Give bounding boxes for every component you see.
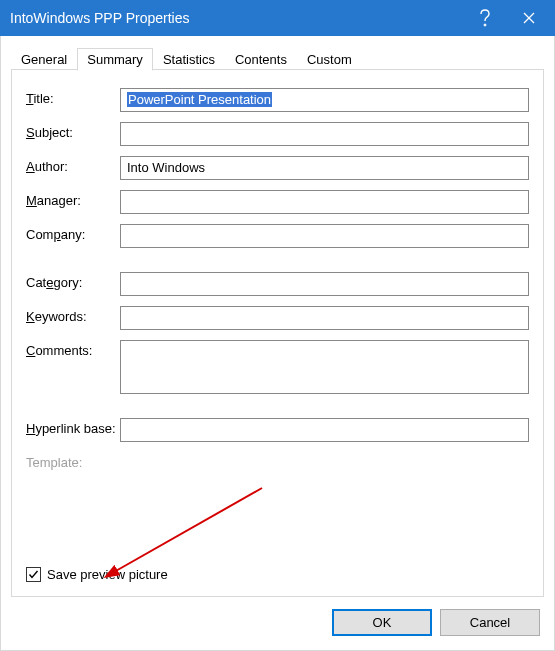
- company-input[interactable]: [120, 224, 529, 248]
- close-button[interactable]: [507, 0, 551, 36]
- tab-strip: General Summary Statistics Contents Cust…: [11, 46, 544, 70]
- tab-statistics[interactable]: Statistics: [153, 48, 225, 70]
- subject-input[interactable]: [120, 122, 529, 146]
- title-input[interactable]: PowerPoint Presentation: [120, 88, 529, 112]
- comments-label: Comments:: [26, 340, 120, 358]
- cancel-button[interactable]: Cancel: [440, 609, 540, 636]
- author-label: Author:: [26, 156, 120, 174]
- close-icon: [523, 12, 535, 24]
- manager-label: Manager:: [26, 190, 120, 208]
- tab-custom[interactable]: Custom: [297, 48, 362, 70]
- comments-input[interactable]: [120, 340, 529, 394]
- dialog-content: General Summary Statistics Contents Cust…: [0, 36, 555, 651]
- category-input[interactable]: [120, 272, 529, 296]
- tab-panel-summary: Title: PowerPoint Presentation Subject: …: [11, 69, 544, 597]
- hyperlink-base-label: Hyperlink base:: [26, 418, 120, 436]
- subject-label: Subject:: [26, 122, 120, 140]
- ok-button[interactable]: OK: [332, 609, 432, 636]
- company-label: Company:: [26, 224, 120, 242]
- check-icon: [28, 569, 39, 580]
- title-label: Title:: [26, 88, 120, 106]
- template-label: Template:: [26, 452, 120, 470]
- svg-point-0: [484, 24, 486, 26]
- author-input[interactable]: Into Windows: [120, 156, 529, 180]
- save-preview-label: Save preview picture: [47, 567, 168, 582]
- help-button[interactable]: [463, 0, 507, 36]
- help-icon: [479, 9, 491, 27]
- tab-general[interactable]: General: [11, 48, 77, 70]
- save-preview-checkbox[interactable]: [26, 567, 41, 582]
- keywords-label: Keywords:: [26, 306, 120, 324]
- button-bar: OK Cancel: [11, 597, 544, 636]
- tab-contents[interactable]: Contents: [225, 48, 297, 70]
- title-bar: IntoWindows PPP Properties: [0, 0, 555, 36]
- svg-line-3: [114, 488, 262, 572]
- keywords-input[interactable]: [120, 306, 529, 330]
- hyperlink-base-input[interactable]: [120, 418, 529, 442]
- category-label: Category:: [26, 272, 120, 290]
- manager-input[interactable]: [120, 190, 529, 214]
- window-title: IntoWindows PPP Properties: [10, 10, 463, 26]
- tab-summary[interactable]: Summary: [77, 48, 153, 71]
- save-preview-checkbox-row[interactable]: Save preview picture: [26, 567, 168, 582]
